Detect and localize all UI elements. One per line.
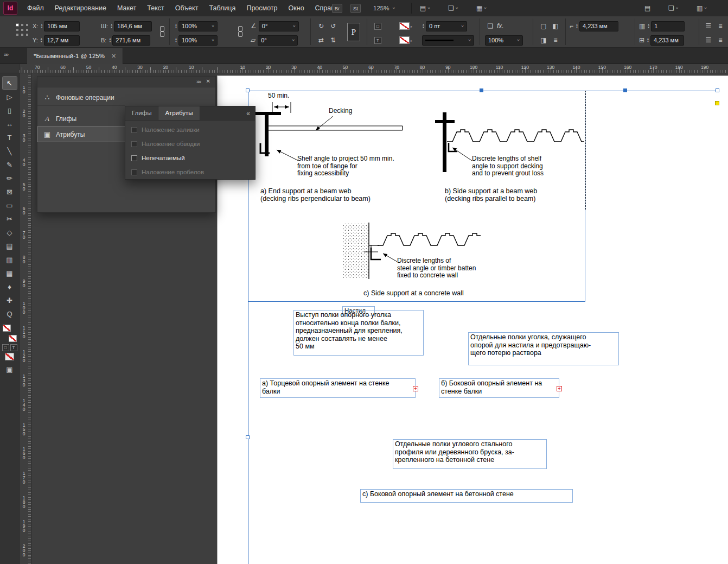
stroke-weight-stepper[interactable]: ▲▼ [422, 23, 425, 29]
attr-checkbox-row-2[interactable]: Непечатаемый [125, 151, 255, 165]
gutter-input[interactable]: 4,233 мм [650, 35, 684, 46]
overset-text-icon[interactable]: + [413, 386, 418, 391]
text-frame-caption-c[interactable]: с) Боковой опорный элемент на бетонной с… [360, 489, 573, 503]
tab-attributes[interactable]: Атрибуты [158, 106, 200, 120]
gutter-stepper[interactable]: ▲▼ [647, 37, 649, 43]
fill-swatch-arrow-icon[interactable]: ▸ [411, 24, 412, 28]
zoom-level-select[interactable]: 125%˅ [371, 2, 397, 14]
height-stepper[interactable]: ▲▼ [108, 37, 111, 43]
screen-mode-button[interactable]: ❏˅ [448, 2, 458, 14]
dock-expand-icon[interactable]: »» [4, 52, 8, 58]
pen-tool[interactable]: ✎ [3, 158, 17, 171]
opacity-select[interactable]: 100%˅ [485, 35, 523, 46]
selection-tool[interactable]: ↖ [3, 77, 17, 90]
gap-tool[interactable]: ↔ [3, 117, 17, 130]
screen-layout-button[interactable]: ❏˅ [668, 2, 678, 14]
wrap-bounding-box-button[interactable]: ◧ [550, 21, 561, 31]
gradient-feather-tool[interactable]: ▥ [3, 253, 17, 266]
figure-frame[interactable]: 50 min. Decking Shelf angle to project 5… [248, 91, 585, 302]
menu-layout[interactable]: Макет [112, 0, 142, 16]
rectangle-frame-tool[interactable]: ⊠ [3, 185, 17, 198]
menu-type[interactable]: Текст [142, 0, 169, 16]
workspace-grid-button[interactable]: ▤ [644, 2, 650, 14]
panel-collapse-icon[interactable]: « [246, 110, 250, 117]
columns-stepper[interactable]: ▲▼ [647, 23, 650, 29]
stroke-swatch-none[interactable] [9, 335, 17, 342]
y-input[interactable]: 12,7 мм [44, 35, 80, 46]
rotate-cw-button[interactable]: ↻ [316, 21, 327, 31]
constrain-scale-link-icon[interactable] [238, 26, 242, 37]
stroke-style-select[interactable]: ˅ [422, 35, 474, 46]
no-text-wrap-button[interactable]: ▢ [538, 21, 549, 31]
screen-mode-button[interactable]: ▣ [3, 363, 17, 376]
text-frame-caption-b[interactable]: б) Боковой опорный элемент на стенке бал… [439, 378, 559, 398]
y-stepper[interactable]: ▲▼ [40, 37, 43, 43]
view-options-button[interactable]: ▤˅ [420, 2, 430, 14]
more-options-button[interactable]: ≡ [715, 35, 726, 46]
text-frame-wall-note[interactable]: Отдельные полки углового стального профи… [393, 439, 547, 469]
flip-horizontal-button[interactable]: ⇄ [316, 35, 327, 46]
selection-handle-top-mid[interactable] [480, 88, 483, 92]
panels-layout-button[interactable]: ▥˅ [697, 2, 707, 14]
text-frame-discrete-lengths[interactable]: Отдельные полки уголка, служащего опорой… [468, 332, 619, 365]
quick-apply-button[interactable]: ≡ [715, 21, 726, 31]
panel-dock-header[interactable]: »» ✕ [37, 77, 215, 87]
jump-object-button[interactable]: ≡ [550, 35, 561, 46]
fill-swatch-none[interactable] [399, 22, 410, 30]
select-container-button[interactable]: □ [374, 23, 381, 30]
width-input[interactable]: 184,6 мм [114, 21, 152, 31]
text-frame-caption-a[interactable]: а) Торцевой опорный элемент на стенке ба… [260, 378, 416, 398]
drop-shadow-button[interactable]: ❏ [485, 21, 496, 31]
eyedropper-tool[interactable]: ♦ [3, 280, 17, 293]
arrange-documents-button[interactable]: ▦˅ [476, 2, 487, 14]
rotation-angle-select[interactable]: 0°˅ [259, 21, 299, 31]
stroke-weight-select[interactable]: 0 пт˅ [426, 21, 467, 31]
vertical-ruler[interactable]: 1 02 03 04 05 06 07 08 09 01 0 01 1 01 2… [20, 73, 31, 564]
scale-x-stepper[interactable]: ▲▼ [175, 23, 177, 29]
dock-collapse-icon[interactable]: »» [196, 79, 200, 85]
menu-window[interactable]: Окно [283, 0, 310, 16]
rectangle-tool[interactable]: ▭ [3, 199, 17, 212]
wrap-object-shape-button[interactable]: ◨ [538, 35, 549, 46]
document-tab[interactable]: *Безымянный-1 @ 125% ✕ [27, 48, 123, 64]
fill-swatch-none[interactable] [3, 325, 11, 332]
selection-handle-top-left[interactable] [246, 88, 250, 92]
selection-handle-top-right[interactable] [716, 88, 719, 92]
ruler-origin-corner[interactable] [0, 64, 20, 73]
stock-button[interactable]: St [350, 2, 361, 14]
hand-tool[interactable]: ✚ [3, 294, 17, 307]
panel-item-attributes[interactable]: ▣ Атрибуты [37, 127, 125, 142]
type-tool[interactable]: T [3, 131, 17, 144]
selection-handle-mid-left[interactable] [246, 435, 250, 439]
scissors-tool[interactable]: ✂ [3, 212, 17, 225]
pencil-tool[interactable]: ✏ [3, 172, 17, 185]
reference-point-proxy[interactable] [16, 24, 29, 37]
scale-y-stepper[interactable]: ▲▼ [175, 37, 177, 43]
styles-list-button[interactable]: ☰ [703, 35, 714, 46]
shear-angle-select[interactable]: 0°˅ [258, 35, 298, 46]
checkbox-icon[interactable] [131, 155, 137, 161]
x-input[interactable]: 105 мм [44, 21, 80, 31]
dock-close-icon[interactable]: ✕ [206, 78, 210, 84]
height-input[interactable]: 271,6 мм [112, 35, 150, 46]
gradient-swatch-tool[interactable]: ▤ [3, 239, 17, 252]
panel-item-glyphs[interactable]: A Глифы [37, 111, 125, 126]
flip-vertical-button[interactable]: ⇅ [328, 35, 339, 46]
menu-edit[interactable]: Редактирование [49, 0, 112, 16]
corner-radius-stepper[interactable]: ▲▼ [576, 23, 578, 29]
stroke-swatch-none[interactable] [399, 36, 410, 44]
bridge-button[interactable]: Br [332, 2, 342, 14]
x-stepper[interactable]: ▲▼ [40, 23, 43, 29]
formatting-affects-container-button[interactable]: □ [2, 344, 9, 351]
menu-file[interactable]: Файл [22, 0, 49, 16]
rotate-ccw-button[interactable]: ↺ [328, 21, 339, 31]
width-stepper[interactable]: ▲▼ [110, 23, 113, 29]
apply-none-button[interactable] [5, 353, 14, 360]
free-transform-tool[interactable]: ◇ [3, 226, 17, 239]
menu-object[interactable]: Объект [170, 0, 204, 16]
stroke-swatch-arrow-icon[interactable]: ▸ [411, 39, 412, 42]
text-frame-shelf-note[interactable]: Выступ полки опорного уголка относительн… [293, 310, 424, 356]
panel-options-button[interactable]: ☰ [703, 21, 714, 31]
panel-item-background-tasks[interactable]: ∴ Фоновые операции [37, 90, 125, 106]
page[interactable]: 50 min. Decking Shelf angle to project 5… [217, 75, 728, 564]
